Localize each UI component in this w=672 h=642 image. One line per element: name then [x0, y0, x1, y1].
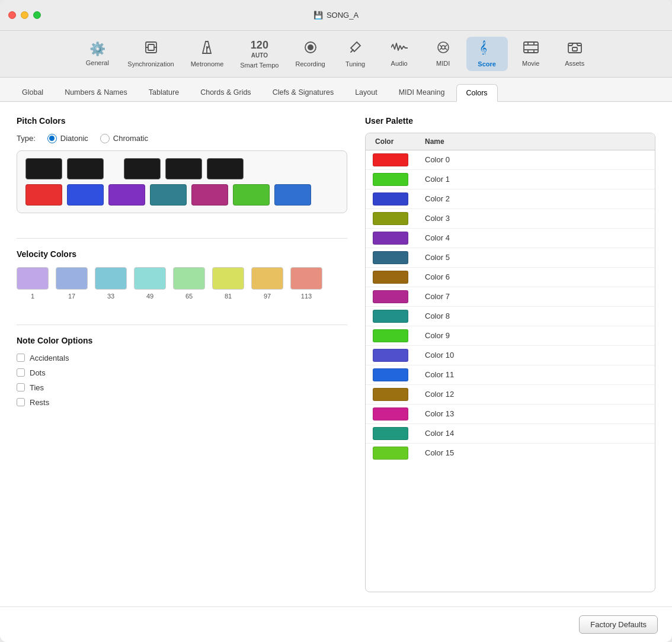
velocity-swatch-2[interactable]	[95, 267, 127, 290]
black-swatch-2[interactable]	[124, 158, 161, 179]
toolbar-item-audio[interactable]: Audio	[379, 37, 420, 70]
pitch-colors-title: Pitch Colors	[17, 116, 347, 126]
toolbar-label-tuning: Tuning	[345, 60, 365, 68]
palette-row[interactable]: Color 5	[366, 248, 655, 268]
palette-swatch-14	[373, 427, 408, 440]
palette-swatch-cell	[366, 349, 425, 362]
toolbar-item-metronome[interactable]: Metronome	[184, 37, 231, 71]
close-button[interactable]	[8, 11, 16, 19]
tab-colors[interactable]: Colors	[456, 84, 498, 102]
titlebar: 💾 SONG_A	[0, 0, 672, 31]
maximize-button[interactable]	[33, 11, 41, 19]
divider-1	[17, 238, 347, 239]
palette-row[interactable]: Color 2	[366, 190, 655, 209]
velocity-swatch-0[interactable]	[17, 267, 49, 290]
minimize-button[interactable]	[21, 11, 28, 19]
palette-title: User Palette	[365, 116, 655, 126]
tab-numbers-names[interactable]: Numbers & Names	[55, 84, 137, 101]
velocity-swatch-4[interactable]	[173, 267, 205, 290]
palette-swatch-10	[373, 349, 408, 362]
checkbox-ties[interactable]: Ties	[17, 383, 347, 392]
toolbar-item-synchronization[interactable]: Synchronization	[120, 37, 181, 71]
black-swatch-3[interactable]	[165, 158, 202, 179]
velocity-swatch-7[interactable]	[290, 267, 322, 290]
black-swatch-4[interactable]	[207, 158, 244, 179]
velocity-cell-0: 1	[17, 267, 49, 300]
toolbar-item-tuning[interactable]: Tuning	[335, 37, 376, 71]
checkbox-rests[interactable]: Rests	[17, 398, 347, 407]
main-window: 💾 SONG_A ⚙️ General Synchronization	[0, 0, 672, 642]
tab-tablature[interactable]: Tablature	[139, 84, 189, 101]
palette-name-7: Color 7	[425, 292, 655, 301]
tab-chords-grids[interactable]: Chords & Grids	[190, 84, 261, 101]
palette-row[interactable]: Color 3	[366, 209, 655, 229]
recording-icon	[303, 40, 318, 58]
pitch-color-swatch-2[interactable]	[108, 184, 145, 206]
toolbar-item-score[interactable]: 𝄞 Score	[466, 37, 508, 71]
black-swatch-1[interactable]	[67, 158, 104, 179]
factory-defaults-button[interactable]: Factory Defaults	[579, 615, 658, 634]
pitch-color-swatch-6[interactable]	[274, 184, 311, 206]
palette-row[interactable]: Color 14	[366, 424, 655, 444]
assets-icon	[567, 41, 583, 57]
velocity-swatch-3[interactable]	[134, 267, 166, 290]
tab-clefs-signatures[interactable]: Clefs & Signatures	[263, 84, 344, 101]
toolbar-item-midi[interactable]: MIDI	[423, 37, 464, 70]
palette-swatch-cell	[366, 407, 425, 420]
palette-row[interactable]: Color 15	[366, 444, 655, 463]
black-swatch-0[interactable]	[25, 158, 62, 179]
palette-row[interactable]: Color 7	[366, 287, 655, 307]
pitch-color-swatch-1[interactable]	[67, 184, 104, 206]
svg-point-8	[308, 44, 313, 50]
tab-global[interactable]: Global	[12, 84, 53, 101]
toolbar-item-smart-tempo[interactable]: 120 AUTO Smart Tempo	[233, 36, 286, 72]
velocity-colors-title: Velocity Colors	[17, 249, 347, 259]
radio-diatonic[interactable]: Diatonic	[47, 134, 88, 143]
palette-row[interactable]: Color 1	[366, 170, 655, 190]
velocity-swatch-6[interactable]	[251, 267, 283, 290]
pitch-color-swatch-5[interactable]	[233, 184, 270, 206]
palette-name-1: Color 1	[425, 175, 655, 184]
palette-row[interactable]: Color 6	[366, 268, 655, 287]
tab-layout[interactable]: Layout	[345, 84, 388, 101]
velocity-swatch-5[interactable]	[212, 267, 244, 290]
palette-row[interactable]: Color 8	[366, 307, 655, 326]
toolbar-item-movie[interactable]: Movie	[510, 37, 552, 70]
toolbar-label-score: Score	[478, 60, 496, 68]
palette-row[interactable]: Color 13	[366, 405, 655, 424]
toolbar: ⚙️ General Synchronization	[0, 31, 672, 78]
toolbar-item-recording[interactable]: Recording	[289, 37, 332, 71]
palette-swatch-cell	[366, 290, 425, 303]
svg-line-13	[445, 45, 447, 47]
palette-header-color: Color	[366, 137, 425, 146]
velocity-swatch-1[interactable]	[56, 267, 88, 290]
svg-rect-25	[572, 47, 577, 51]
palette-name-5: Color 5	[425, 253, 655, 262]
palette-row[interactable]: Color 11	[366, 365, 655, 385]
pitch-color-swatch-4[interactable]	[191, 184, 228, 206]
palette-name-13: Color 13	[425, 409, 655, 418]
radio-diatonic-circle	[47, 134, 57, 143]
radio-chromatic[interactable]: Chromatic	[100, 134, 148, 143]
checkbox-accidentals[interactable]: Accidentals	[17, 354, 347, 362]
palette-row[interactable]: Color 4	[366, 229, 655, 248]
palette-row[interactable]: Color 12	[366, 385, 655, 405]
palette-row[interactable]: Color 0	[366, 150, 655, 170]
palette-name-4: Color 4	[425, 233, 655, 242]
checkbox-dots[interactable]: Dots	[17, 368, 347, 377]
palette-header-name: Name	[425, 137, 655, 146]
pitch-color-swatch-3[interactable]	[150, 184, 187, 206]
palette-row[interactable]: Color 9	[366, 326, 655, 346]
palette-row[interactable]: Color 10	[366, 346, 655, 365]
svg-line-12	[440, 45, 441, 47]
toolbar-label-recording: Recording	[296, 60, 325, 68]
toolbar-item-assets[interactable]: Assets	[554, 37, 596, 70]
pitch-color-swatch-0[interactable]	[25, 184, 62, 206]
tab-midi-meaning[interactable]: MIDI Meaning	[389, 84, 455, 101]
palette-name-2: Color 2	[425, 194, 655, 203]
velocity-colors-section: Velocity Colors 1 17 33	[17, 249, 347, 300]
checkbox-dots-label: Dots	[30, 368, 46, 377]
palette-swatch-cell	[366, 232, 425, 245]
palette-name-6: Color 6	[425, 272, 655, 281]
toolbar-item-general[interactable]: ⚙️ General	[76, 38, 118, 70]
